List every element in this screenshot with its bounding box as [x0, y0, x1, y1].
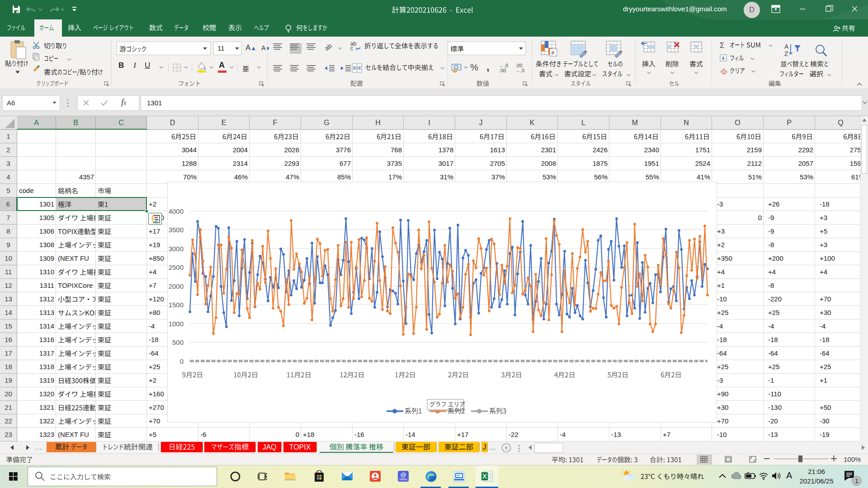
svg-text:2500: 2500: [169, 263, 184, 271]
svg-text:A: A: [784, 43, 789, 50]
svg-text:3000: 3000: [169, 245, 184, 253]
svg-text:≠: ≠: [551, 49, 554, 56]
svg-text:500: 500: [172, 338, 184, 346]
svg-text:Z: Z: [784, 50, 788, 57]
svg-text:2000: 2000: [169, 282, 184, 290]
svg-text:1000: 1000: [169, 320, 184, 328]
svg-text:3500: 3500: [169, 226, 184, 234]
svg-text:4000: 4000: [169, 207, 184, 215]
svg-text:menu: menu: [399, 478, 407, 481]
svg-text:@: @: [400, 471, 406, 478]
svg-text:1500: 1500: [169, 301, 184, 309]
svg-text:0: 0: [180, 357, 184, 365]
